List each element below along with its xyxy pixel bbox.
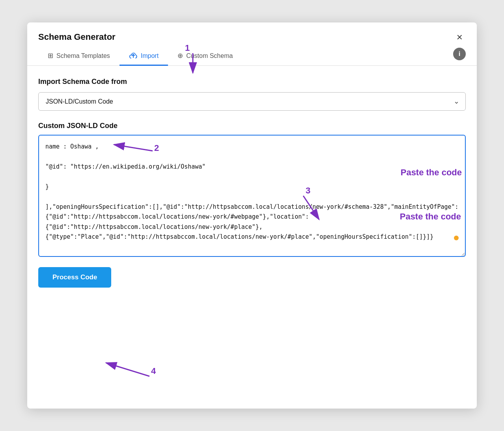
info-button[interactable]: i: [453, 48, 466, 60]
tab-custom-schema[interactable]: ⊕ Custom Schema: [168, 46, 242, 66]
tabs-bar: ⊞ Schema Templates Import ⊕ Custom Schem…: [27, 46, 477, 66]
modal-header: Schema Generator ×: [27, 22, 477, 44]
close-button[interactable]: ×: [454, 30, 466, 44]
import-section-title: Import Schema Code from: [38, 78, 466, 86]
orange-dot-indicator: [454, 236, 459, 240]
tab-custom-schema-label: Custom Schema: [186, 52, 233, 59]
tab-schema-templates-label: Schema Templates: [56, 52, 110, 59]
schema-templates-icon: ⊞: [48, 52, 53, 60]
custom-schema-icon: ⊕: [177, 52, 183, 60]
annotation-4-label: 4: [151, 366, 156, 376]
dropdown-wrapper: JSON-LD/Custom Code Google Tag Manager U…: [38, 92, 466, 111]
code-textarea[interactable]: name : Oshawa , "@id": "https://en.wikip…: [38, 135, 466, 257]
code-label: Custom JSON-LD Code: [38, 122, 466, 130]
tab-import-label: Import: [141, 52, 159, 59]
import-source-dropdown[interactable]: JSON-LD/Custom Code Google Tag Manager U…: [38, 92, 466, 111]
tab-import[interactable]: Import: [119, 46, 168, 66]
import-icon: [129, 52, 138, 60]
tab-schema-templates[interactable]: ⊞ Schema Templates: [38, 46, 119, 66]
schema-generator-modal: Schema Generator × ⊞ Schema Templates Im…: [27, 22, 477, 409]
modal-body: Import Schema Code from JSON-LD/Custom C…: [27, 66, 477, 299]
modal-title: Schema Generator: [38, 32, 116, 42]
process-code-button[interactable]: Process Code: [38, 267, 111, 288]
